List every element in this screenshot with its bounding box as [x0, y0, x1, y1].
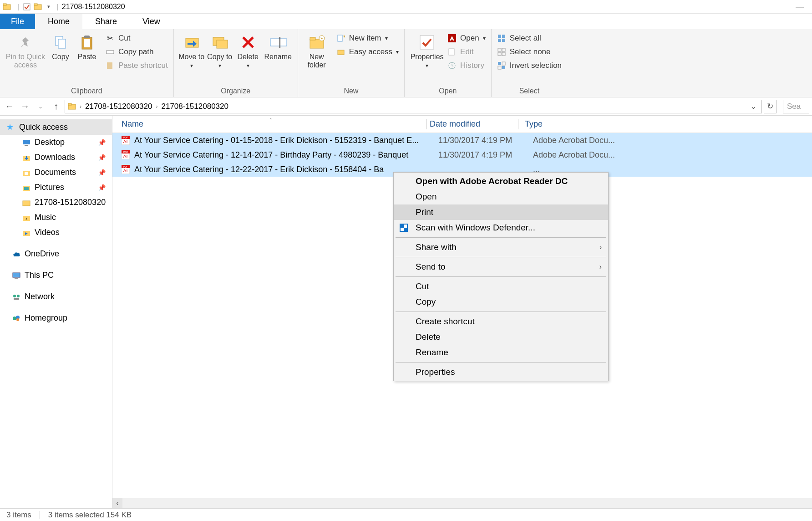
history-dropdown-button[interactable]: ⌄	[34, 100, 47, 113]
svg-rect-42	[23, 140, 30, 144]
scissors-icon: ✂	[106, 34, 115, 43]
move-to-button[interactable]: Move to ▾	[178, 31, 206, 70]
nav-this-pc[interactable]: This PC	[0, 268, 112, 283]
invert-selection-button[interactable]: Invert selection	[495, 60, 563, 71]
ribbon-group-clipboard: Pin to Quick access Copy Paste ✂Cut Copy…	[0, 29, 174, 97]
tab-home[interactable]: Home	[35, 14, 82, 29]
easy-access-button[interactable]: Easy access ▾	[335, 46, 401, 57]
pin-quick-access-button[interactable]: Pin to Quick access	[4, 31, 47, 70]
svg-rect-31	[502, 39, 505, 42]
ctx-delete[interactable]: Delete	[394, 329, 608, 345]
folder-icon	[34, 3, 42, 11]
new-item-button[interactable]: ✶New item ▾	[335, 33, 401, 44]
pc-icon	[12, 271, 21, 280]
copy-button[interactable]: Copy	[47, 31, 74, 61]
file-name: At Your Service Catering - 12-22-2017 - …	[134, 165, 436, 174]
folder-icon	[22, 198, 31, 207]
ctx-scan-defender[interactable]: Scan with Windows Defender...	[394, 220, 608, 235]
column-headers: ˄Name Date modified Type	[112, 116, 812, 133]
up-button[interactable]: ↑	[49, 100, 63, 113]
rename-button[interactable]: Rename	[262, 31, 294, 61]
ribbon-group-new: ✶ New folder ✶New item ▾ Easy access ▾ N…	[298, 29, 405, 97]
ctx-rename[interactable]: Rename	[394, 345, 608, 360]
breadcrumb-item[interactable]: 21708-1512080320	[85, 102, 152, 111]
nav-quick-access[interactable]: ★Quick access	[0, 119, 112, 135]
chevron-right-icon[interactable]: ›	[156, 103, 157, 110]
ctx-send-to[interactable]: Send to›	[394, 259, 608, 275]
refresh-button[interactable]: ↻	[764, 100, 776, 113]
tab-file[interactable]: File	[0, 14, 35, 29]
ctx-copy[interactable]: Copy	[394, 294, 608, 310]
nav-desktop[interactable]: Desktop📌	[0, 135, 112, 150]
search-input[interactable]: Sea	[783, 100, 809, 113]
edit-button[interactable]: Edit	[446, 46, 487, 57]
cut-button[interactable]: ✂Cut	[104, 33, 170, 44]
window-title: 21708-1512080320	[62, 3, 125, 11]
breadcrumb-item[interactable]: 21708-1512080320	[161, 102, 228, 111]
minimize-button[interactable]: —	[790, 2, 809, 11]
downloads-icon	[22, 153, 31, 162]
file-row[interactable]: PDF At Your Service Catering - 01-15-201…	[112, 133, 812, 148]
pin-icon: 📌	[98, 154, 106, 161]
column-header-type[interactable]: Type	[518, 119, 812, 129]
address-bar[interactable]: › 21708-1512080320 › 21708-1512080320 ⌄	[65, 100, 762, 113]
nav-pictures[interactable]: Pictures📌	[0, 180, 112, 195]
ctx-open[interactable]: Open	[394, 189, 608, 204]
ctx-share-with[interactable]: Share with›	[394, 240, 608, 255]
ctx-print[interactable]: Print	[394, 204, 608, 220]
context-menu: Open with Adobe Acrobat Reader DC Open P…	[393, 172, 609, 381]
select-all-button[interactable]: Select all	[495, 33, 563, 44]
svg-rect-57	[14, 298, 19, 300]
delete-button[interactable]: Delete▾	[234, 31, 262, 70]
svg-text:✶: ✶	[320, 36, 324, 41]
file-row[interactable]: PDF At Your Service Catering - 12-14-201…	[112, 148, 812, 162]
address-dropdown-button[interactable]: ⌄	[748, 102, 759, 111]
tab-share[interactable]: Share	[82, 14, 130, 29]
paste-shortcut-button[interactable]: Paste shortcut	[104, 60, 170, 71]
properties-button[interactable]: Properties▾	[408, 31, 446, 70]
nav-documents[interactable]: Documents📌	[0, 165, 112, 180]
checkbox-icon[interactable]	[23, 3, 31, 11]
svg-point-60	[16, 318, 19, 321]
select-none-button[interactable]: Select none	[495, 46, 563, 57]
back-button[interactable]: ←	[3, 100, 16, 113]
pdf-icon: PDF	[121, 136, 131, 145]
check-icon	[418, 34, 436, 51]
chevron-right-icon: ›	[599, 243, 602, 251]
ctx-create-shortcut[interactable]: Create shortcut	[394, 314, 608, 329]
nav-music[interactable]: ♪Music	[0, 210, 112, 225]
column-header-date[interactable]: Date modified	[427, 119, 518, 129]
horizontal-scrollbar[interactable]: ‹	[112, 498, 812, 508]
svg-rect-1	[3, 4, 6, 5]
nav-videos[interactable]: Videos	[0, 225, 112, 240]
chevron-right-icon[interactable]: ›	[80, 103, 81, 110]
nav-onedrive[interactable]: OneDrive	[0, 246, 112, 261]
svg-rect-54	[15, 278, 18, 279]
svg-rect-53	[13, 273, 20, 277]
nav-network[interactable]: Network	[0, 289, 112, 304]
tab-view[interactable]: View	[130, 14, 173, 29]
pin-icon: 📌	[98, 139, 106, 146]
svg-rect-43	[25, 145, 28, 146]
copy-path-button[interactable]: Copy path	[104, 46, 170, 57]
videos-icon	[22, 228, 31, 237]
nav-homegroup[interactable]: Homegroup	[0, 311, 112, 326]
copy-icon	[52, 34, 69, 51]
copy-to-button[interactable]: Copy to ▾	[206, 31, 234, 70]
history-button[interactable]: History	[446, 60, 487, 71]
svg-rect-38	[498, 66, 501, 69]
forward-button[interactable]: →	[18, 100, 32, 113]
open-button[interactable]: Open ▾	[446, 33, 487, 44]
new-folder-button[interactable]: ✶ New folder	[302, 31, 332, 70]
nav-folder[interactable]: 21708-1512080320	[0, 195, 112, 210]
ctx-open-with-adobe[interactable]: Open with Adobe Acrobat Reader DC	[394, 174, 608, 189]
qat-dropdown-icon[interactable]: ▾	[47, 4, 50, 10]
ctx-properties[interactable]: Properties	[394, 364, 608, 380]
status-selection: 3 items selected 154 KB	[48, 511, 132, 520]
ctx-cut[interactable]: Cut	[394, 279, 608, 294]
scroll-left-button[interactable]: ‹	[112, 498, 122, 508]
paste-button[interactable]: Paste	[74, 31, 100, 61]
svg-rect-34	[498, 52, 501, 56]
column-header-name[interactable]: ˄Name	[112, 119, 426, 129]
nav-downloads[interactable]: Downloads📌	[0, 150, 112, 165]
